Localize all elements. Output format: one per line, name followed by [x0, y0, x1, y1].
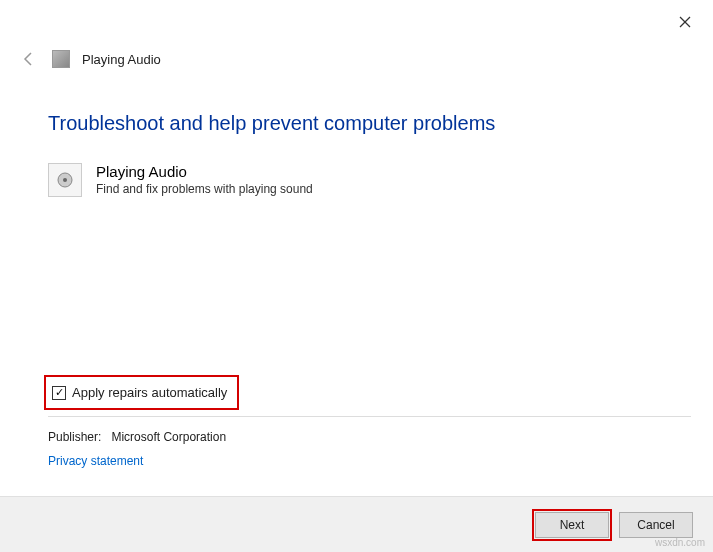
main-content: Troubleshoot and help prevent computer p… [48, 112, 689, 197]
apply-repairs-checkbox[interactable]: ✓ [52, 386, 66, 400]
watermark: wsxdn.com [655, 537, 705, 548]
troubleshooter-title: Playing Audio [96, 163, 313, 180]
next-button[interactable]: Next [535, 512, 609, 538]
divider [48, 416, 691, 417]
apply-repairs-option[interactable]: ✓ Apply repairs automatically [44, 375, 239, 410]
main-heading: Troubleshoot and help prevent computer p… [48, 112, 689, 135]
audio-icon [48, 163, 82, 197]
troubleshooter-row: Playing Audio Find and fix problems with… [48, 163, 689, 197]
troubleshooter-icon [52, 50, 70, 68]
privacy-statement-link[interactable]: Privacy statement [48, 454, 143, 468]
header-bar: Playing Audio [18, 48, 161, 70]
publisher-value: Microsoft Corporation [111, 430, 226, 444]
publisher-info: Publisher: Microsoft Corporation [48, 430, 226, 444]
close-button[interactable] [675, 12, 695, 32]
close-icon [679, 16, 691, 28]
svg-point-3 [63, 178, 67, 182]
arrow-left-icon [20, 50, 38, 68]
cancel-button[interactable]: Cancel [619, 512, 693, 538]
back-button[interactable] [18, 48, 40, 70]
button-bar: Next Cancel [0, 496, 713, 552]
troubleshooter-description: Find and fix problems with playing sound [96, 182, 313, 196]
window-title: Playing Audio [82, 52, 161, 67]
checkmark-icon: ✓ [55, 387, 64, 398]
apply-repairs-label: Apply repairs automatically [72, 385, 227, 400]
publisher-label: Publisher: [48, 430, 101, 444]
